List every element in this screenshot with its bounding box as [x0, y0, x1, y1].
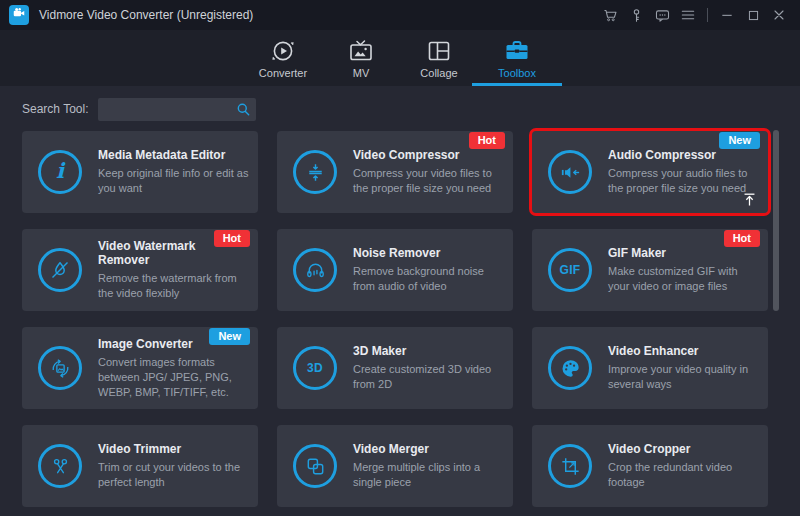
- tool-card-video-enhancer[interactable]: Video EnhancerImprove your video quality…: [532, 327, 768, 409]
- title-bar: Vidmore Video Converter (Unregistered): [0, 0, 800, 30]
- tool-title: Video Merger: [353, 442, 505, 456]
- menu-icon[interactable]: [675, 2, 701, 28]
- main-tab-bar: ConverterMVCollageToolbox: [0, 30, 800, 86]
- tool-card-media-metadata-editor[interactable]: iMedia Metadata EditorKeep original file…: [22, 131, 258, 213]
- search-label: Search Tool:: [22, 102, 89, 116]
- tool-card-3d-maker[interactable]: 3D3D MakerCreate customized 3D video fro…: [277, 327, 513, 409]
- maximize-button[interactable]: [740, 2, 766, 28]
- cart-icon[interactable]: [597, 2, 623, 28]
- video-camera-icon: [12, 6, 26, 24]
- tool-description: Improve your video quality in several wa…: [608, 362, 760, 392]
- merge-icon: [293, 444, 337, 488]
- tab-label: Collage: [420, 67, 457, 79]
- info-icon: i: [38, 150, 82, 194]
- tool-card-text: Video MergerMerge multiple clips into a …: [353, 425, 505, 507]
- tool-title: Video Trimmer: [98, 442, 250, 456]
- tool-title: 3D Maker: [353, 344, 505, 358]
- search-input[interactable]: [98, 98, 256, 121]
- tool-card-gif-maker[interactable]: GIFGIF MakerMake customized GIF with you…: [532, 229, 768, 311]
- toolbox-grid: iMedia Metadata EditorKeep original file…: [22, 131, 768, 507]
- palette-icon: [548, 346, 592, 390]
- tool-card-text: Video TrimmerTrim or cut your videos to …: [98, 425, 250, 507]
- noise-remove-icon: [293, 248, 337, 292]
- tool-title: Noise Remover: [353, 246, 505, 260]
- converter-icon: [270, 37, 296, 64]
- badge-hot: Hot: [469, 132, 505, 149]
- tool-description: Remove background noise from audio of vi…: [353, 264, 505, 294]
- arrow-to-top-icon[interactable]: [741, 191, 758, 208]
- tool-description: Trim or cut your videos to the perfect l…: [98, 460, 250, 490]
- image-convert-icon: [38, 346, 82, 390]
- tab-mv[interactable]: MV: [322, 30, 400, 86]
- minimize-button[interactable]: [714, 2, 740, 28]
- tool-description: Make customized GIF with your video or i…: [608, 264, 760, 294]
- tool-description: Merge multiple clips into a single piece: [353, 460, 505, 490]
- search-icon[interactable]: [235, 101, 252, 118]
- tool-description: Crop the redundant video footage: [608, 460, 760, 490]
- watermark-remove-icon: [38, 248, 82, 292]
- register-key-icon[interactable]: [623, 2, 649, 28]
- mv-icon: [348, 37, 374, 64]
- tool-title: Video Cropper: [608, 442, 760, 456]
- app-logo: [9, 5, 29, 25]
- titlebar-buttons: [597, 2, 800, 28]
- collage-icon: [426, 37, 452, 64]
- tool-card-text: Media Metadata EditorKeep original file …: [98, 131, 250, 213]
- active-tab-underline: [472, 83, 562, 86]
- tool-description: Compress your audio files to the proper …: [608, 166, 760, 196]
- tool-card-image-converter[interactable]: Image ConverterConvert images formats be…: [22, 327, 258, 409]
- tool-title: Video Enhancer: [608, 344, 760, 358]
- badge-new: New: [209, 328, 250, 345]
- tool-description: Keep original file info or edit as you w…: [98, 166, 250, 196]
- tool-description: Remove the watermark from the video flex…: [98, 271, 250, 301]
- scissors-icon: [38, 444, 82, 488]
- tool-card-text: Video EnhancerImprove your video quality…: [608, 327, 760, 409]
- tool-description: Convert images formats between JPG/ JPEG…: [98, 355, 250, 400]
- tab-label: Toolbox: [498, 67, 536, 79]
- tool-card-video-cropper[interactable]: Video CropperCrop the redundant video fo…: [532, 425, 768, 507]
- toolbox-icon: [504, 37, 530, 64]
- 3d-text-icon: 3D: [293, 346, 337, 390]
- tool-description: Compress your video files to the proper …: [353, 166, 505, 196]
- audio-compress-icon: [548, 150, 592, 194]
- video-compress-icon: [293, 150, 337, 194]
- tool-card-text: Video CropperCrop the redundant video fo…: [608, 425, 760, 507]
- tab-converter[interactable]: Converter: [244, 30, 322, 86]
- tool-description: Create customized 3D video from 2D: [353, 362, 505, 392]
- tool-card-video-merger[interactable]: Video MergerMerge multiple clips into a …: [277, 425, 513, 507]
- tab-label: MV: [353, 67, 370, 79]
- search-tool-row: Search Tool:: [22, 97, 256, 121]
- tool-card-text: Noise RemoverRemove background noise fro…: [353, 229, 505, 311]
- tab-collage[interactable]: Collage: [400, 30, 478, 86]
- badge-new: New: [719, 132, 760, 149]
- titlebar-divider: [707, 8, 708, 22]
- vertical-scrollbar[interactable]: [773, 130, 779, 311]
- close-button[interactable]: [766, 2, 792, 28]
- tool-title: GIF Maker: [608, 246, 760, 260]
- search-box: [98, 98, 256, 121]
- tool-title: Video Compressor: [353, 148, 505, 162]
- gif-text-icon: GIF: [548, 248, 592, 292]
- tool-card-video-watermark-remover[interactable]: Video Watermark RemoverRemove the waterm…: [22, 229, 258, 311]
- crop-icon: [548, 444, 592, 488]
- badge-hot: Hot: [724, 230, 760, 247]
- badge-hot: Hot: [214, 230, 250, 247]
- tool-card-video-compressor[interactable]: Video CompressorCompress your video file…: [277, 131, 513, 213]
- tool-card-text: 3D MakerCreate customized 3D video from …: [353, 327, 505, 409]
- feedback-icon[interactable]: [649, 2, 675, 28]
- tab-toolbox[interactable]: Toolbox: [478, 30, 556, 86]
- tool-card-noise-remover[interactable]: Noise RemoverRemove background noise fro…: [277, 229, 513, 311]
- tool-title: Audio Compressor: [608, 148, 760, 162]
- tool-card-video-trimmer[interactable]: Video TrimmerTrim or cut your videos to …: [22, 425, 258, 507]
- tab-label: Converter: [259, 67, 307, 79]
- window-title: Vidmore Video Converter (Unregistered): [39, 8, 253, 22]
- tool-card-audio-compressor[interactable]: Audio CompressorCompress your audio file…: [532, 131, 768, 213]
- tool-title: Media Metadata Editor: [98, 148, 250, 162]
